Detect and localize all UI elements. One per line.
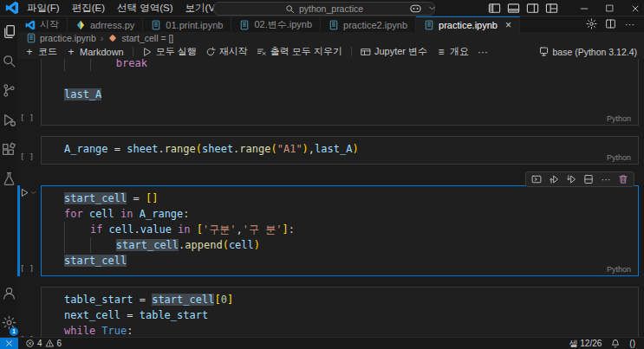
tab-practice2.ipynb[interactable]: practice2.ipynb [321,16,416,32]
tab-02.-.ipynb[interactable]: 02.변수.ipynb [231,16,321,32]
parens-indicator[interactable]: () [629,339,635,348]
testing-icon [2,171,16,186]
cell-gutter: [ ] [17,59,41,126]
editor-action-gear[interactable] [586,18,597,31]
tab-01.print.ipynb[interactable]: 01.print.ipynb [143,16,231,32]
activity-run-debug[interactable] [0,105,17,134]
vscode-window: 파일(F)편집(E)선택 영역(S)보기(V)··· ← → python_pr… [0,0,644,349]
execution-count: [ ] [20,264,34,273]
code-token: if [90,223,102,236]
execute-above-icon [549,174,559,184]
code-token [102,223,108,236]
toolbar-출력-모두-지우기-button[interactable]: 출력 모두 지우기 [257,45,342,58]
activity-search[interactable] [0,46,17,75]
activity-source-control[interactable] [0,75,17,105]
problems-indicator[interactable]: 4 6 [18,339,68,348]
cell-editor[interactable]: start_cell = []for cell in A_range: if c… [41,185,639,276]
notebook-file-icon [26,33,36,43]
ellipsis-icon: ··· [478,47,488,57]
toolbar-button-label: 재시작 [219,45,248,58]
activity-settings-gear[interactable]: 1 [0,307,17,337]
cell-editor[interactable]: A_range = sheet.range(sheet.range("A1"),… [41,136,639,165]
code-token: ( [196,143,202,155]
toggle-secondary-sidebar-icon[interactable] [526,2,539,15]
delete-cell-button[interactable] [618,174,628,184]
outline-icon: ≡ [436,47,446,57]
toolbar-개요-button[interactable]: ≡개요 [436,45,469,58]
toolbar-divider [133,47,133,56]
editor-actions: ··· [577,16,644,32]
activity-bar: 1 [0,16,17,337]
toggle-panel-icon[interactable] [507,2,520,15]
customize-layout-icon[interactable] [545,2,558,15]
breadcrumb-file[interactable]: practice.ipynb [40,33,96,43]
code-token [90,237,116,253]
code-token: ) [254,239,260,251]
activity-extensions[interactable] [0,134,17,164]
code-token: in [120,208,133,220]
toolbar-재시작-button[interactable]: 재시작 [205,45,248,58]
minimize-button[interactable] [579,3,589,14]
tab-practice.ipynb[interactable]: practice.ipynb× [416,16,520,32]
execute-above-button[interactable] [549,174,559,184]
command-center[interactable]: python_practice [213,2,435,16]
activity-account[interactable] [0,278,17,307]
toolbar-button-label: 코드 [38,45,57,58]
toolbar-more-button[interactable]: ··· [478,47,488,57]
more-actions-button[interactable]: ··· [601,174,611,184]
remote-icon [4,339,14,348]
toggle-primary-sidebar-icon[interactable] [488,2,501,15]
editor-action-ellipsis[interactable]: ··· [624,19,635,30]
run-cell-button[interactable] [20,188,36,197]
kernel-picker[interactable]: base (Python 3.12.4) [538,46,637,57]
toolbar-button-label: Jupyter 변수 [374,45,427,58]
copilot-icon[interactable] [409,2,422,15]
notebook-file-icon [151,20,161,30]
code-token: : [183,208,189,220]
close-button[interactable] [630,3,641,14]
breadcrumb-symbol[interactable]: start_cell = [] [121,33,173,43]
activity-testing[interactable] [0,164,17,193]
toolbar-모두-실행-button[interactable]: 모두 실행 [142,45,197,58]
toolbar-markdown-button[interactable]: +Markdown [66,47,124,57]
cell-editor[interactable]: break last_A Python [41,59,639,126]
split-cell-button[interactable] [583,174,594,184]
cell-indicator[interactable]: 셀 12/26 [569,338,602,349]
menu-item-3[interactable]: 선택 영역(S) [111,2,179,15]
code-line: next_cell = table_start [64,307,638,323]
close-tab-icon[interactable]: × [505,20,511,30]
maximize-button[interactable] [605,3,615,13]
tab--[interactable]: 시작 [17,16,68,32]
menu-item-2[interactable]: 편집(E) [66,2,111,15]
menu-item-1[interactable]: 파일(F) [21,2,66,15]
code-token: sheet [127,143,158,155]
code-token: = [133,294,152,306]
toolbar-button-label: 개요 [450,45,469,58]
code-token [83,208,89,220]
clear-outputs-icon [257,47,267,57]
search-icon [2,54,16,68]
execute-below-button[interactable] [566,174,576,184]
run-by-line-button[interactable] [531,174,542,184]
activity-files[interactable] [0,16,17,46]
remote-indicator[interactable] [0,338,18,349]
code-token: : [127,325,133,337]
toolbar-divider [351,47,352,56]
cell-gutter: [ ] [17,185,41,276]
code-token: for [64,208,83,220]
code-token: while [64,325,95,337]
toolbar-코드-button[interactable]: +코드 [24,45,57,58]
bell-icon[interactable] [610,339,621,349]
code-token: ( [223,239,229,251]
code-token: [ [197,223,203,236]
tab-adrress.py[interactable]: adrress.py [68,16,143,32]
code-token: [] [146,192,158,204]
code-token [64,222,90,237]
editor-action-split-editor[interactable] [605,18,616,31]
cell-editor[interactable]: table_start = start_cell[0]next_cell = t… [41,287,639,337]
toolbar-jupyter-변수-button[interactable]: Jupyter 변수 [361,45,427,58]
chevron-down-icon[interactable] [428,4,436,12]
code-token: . [158,143,164,155]
notebook-toolbar: +코드+Markdown모두 실행재시작출력 모두 지우기Jupyter 변수≡… [17,44,644,59]
highlighted-token: last_A [64,88,101,100]
